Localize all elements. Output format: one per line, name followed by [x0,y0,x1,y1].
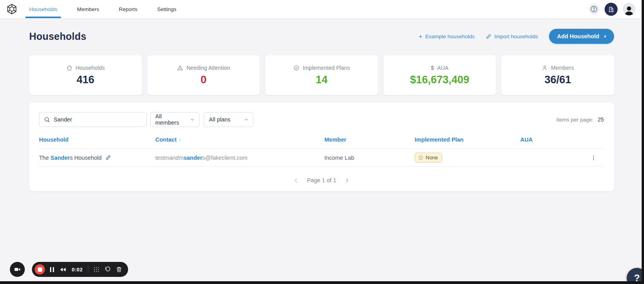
members-filter-select[interactable]: All members [150,112,199,127]
window-edge-right [642,0,644,284]
stat-card-aua: $ AUA $16,673,409 [383,55,496,95]
nav-right-controls [588,3,635,16]
stop-recording-button[interactable] [35,264,45,275]
header-actions: + Example households Import households A… [419,29,614,44]
members-filter-value: All members [155,113,186,126]
household-name[interactable]: The Sanders Household [39,155,102,161]
households-panel: All members All plans Items per page: 25… [29,103,614,191]
warning-triangle-icon [177,65,183,71]
stat-title: AUA [437,65,449,71]
example-households-link[interactable]: + Example households [419,33,475,40]
page-header: Households + Example households Import h… [29,29,614,44]
rewind-icon[interactable] [59,266,67,273]
pause-button[interactable] [50,267,54,272]
implemented-plan-cell: None [415,153,520,163]
stat-title: Needing Attention [186,65,230,71]
stat-label: Needing Attention [177,65,230,71]
table-header-row: Household Contact ↑ Member Implemented P… [39,127,604,149]
search-match: Sander [50,155,70,161]
plan-none-badge[interactable]: None [415,153,442,163]
add-household-label: Add Household [557,33,599,39]
primary-tabs: Households Members Reports Settings [29,0,177,18]
tab-households[interactable]: Households [29,0,57,18]
stat-title: Households [76,65,105,71]
tab-settings[interactable]: Settings [157,0,177,18]
row-kebab-menu-icon[interactable] [590,154,597,162]
page-indicator: Page 1 of 1 [307,177,336,183]
sort-ascending-icon: ↑ [179,137,181,143]
stat-card-needing-attention: Needing Attention 0 [147,55,260,95]
stats-row: Households 416 Needing Attention 0 Imple… [29,55,614,95]
stat-value: $16,673,409 [410,74,469,86]
stat-value: 14 [316,74,328,86]
stat-card-implemented-plans: Implemented Plans 14 [265,55,378,95]
items-per-page-label: Items per page: [557,117,594,123]
stat-label: Households [66,65,105,71]
recording-timer: 0:02 [72,267,83,273]
import-households-link[interactable]: Import households [486,34,538,39]
stat-label: Implemented Plans [293,65,350,71]
stat-card-households: Households 416 [29,55,142,95]
caret-down-icon: ▾ [604,34,606,39]
column-header-label: Contact [155,136,177,143]
column-header-member[interactable]: Member [324,136,415,143]
plans-filter-select[interactable]: All plans [204,112,253,127]
window-edge-bottom [0,281,644,284]
recorder-toolbar: 0:02 [32,262,128,277]
person-icon [542,65,548,71]
link-icon [486,34,491,39]
toolbar-divider [88,265,88,273]
example-households-label: Example households [425,34,475,39]
chevron-down-icon [244,118,248,121]
member-cell: Income Lab [324,155,415,161]
page-title: Households [29,31,86,42]
stop-square-icon [38,267,42,272]
stat-value: 0 [201,74,207,86]
chevron-down-icon [190,118,194,121]
column-header-contact[interactable]: Contact ↑ [155,136,324,143]
items-per-page-value[interactable]: 25 [597,116,604,123]
column-header-implemented-plan[interactable]: Implemented Plan [415,136,520,143]
household-link-icon[interactable] [105,155,111,161]
search-box [39,112,147,127]
app-logo-icon[interactable] [5,2,19,16]
search-match: sander [184,155,203,161]
plus-icon: + [419,33,423,40]
items-per-page: Items per page: 25 [557,116,604,123]
household-cell: The Sanders Household [39,155,155,161]
stat-card-members: Members 36/61 [501,55,614,95]
contact-cell: testmandmsanders@fakeclient.com [155,155,324,161]
pagination: Page 1 of 1 [29,177,614,183]
filter-row: All members All plans Items per page: 25 [29,103,614,127]
tab-reports[interactable]: Reports [119,0,138,18]
minus-circle-icon [418,155,423,160]
stat-value: 416 [76,74,94,86]
search-icon [44,116,50,123]
home-icon [66,65,73,71]
restart-icon[interactable] [104,266,111,273]
import-households-label: Import households [494,34,538,39]
previous-page-icon[interactable] [293,178,299,183]
next-page-icon[interactable] [344,178,350,183]
trash-icon[interactable] [116,266,122,273]
table-row[interactable]: The Sanders Household testmandmsanders@f… [39,149,604,167]
plans-filter-value: All plans [209,116,231,123]
grid-dots-icon[interactable] [93,267,99,273]
organization-icon[interactable] [605,3,618,16]
stat-title: Members [551,65,574,71]
video-camera-icon[interactable] [10,262,25,277]
top-nav: Households Members Reports Settings [0,0,644,19]
help-icon[interactable] [588,4,599,15]
dollar-icon: $ [431,65,434,71]
add-household-button[interactable]: Add Household ▾ [549,29,614,44]
stat-title: Implemented Plans [303,65,350,71]
column-header-household[interactable]: Household [39,136,155,143]
column-header-aua[interactable]: AUA [520,136,583,143]
plan-badge-label: None [426,155,438,161]
user-avatar[interactable] [623,3,635,15]
stat-value: 36/61 [544,74,571,86]
stat-label: $ AUA [431,65,449,71]
search-input[interactable] [54,116,142,123]
tab-members[interactable]: Members [77,0,99,18]
stat-label: Members [542,65,574,71]
